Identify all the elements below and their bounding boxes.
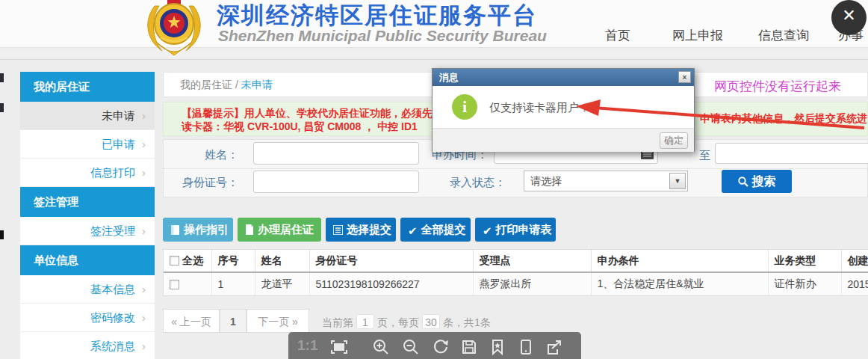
search-icon	[738, 177, 748, 187]
chevron-right-icon: ›	[142, 332, 146, 359]
header-label: 全选	[182, 254, 203, 266]
header-business-type: 业务类型	[768, 250, 841, 272]
action-label: 办理居住证	[258, 223, 314, 236]
page-number-button[interactable]: 1	[220, 309, 247, 333]
row-select-cell	[164, 272, 211, 295]
breadcrumb-parent[interactable]: 我的居住证	[180, 79, 232, 90]
dialog-footer: 确定	[433, 128, 694, 152]
fit-screen-icon[interactable]	[330, 338, 348, 356]
dialog-message: 仅支持读卡器用户！	[489, 101, 590, 115]
main-nav: 首页 网上申报 信息查询 办事	[598, 27, 868, 45]
sidebar-section-company-info: 单位信息	[20, 245, 155, 275]
zoom-out-icon[interactable]	[402, 338, 420, 356]
file-icon	[245, 219, 254, 243]
dialog-title-bar[interactable]: 消息 ×	[433, 69, 694, 86]
police-badge-logo	[138, 0, 210, 61]
cut-edge-fragment	[0, 73, 4, 82]
cut-edge-fragment	[0, 103, 4, 112]
page-size-input[interactable]: 30	[422, 314, 440, 329]
bookmark-star-icon[interactable]	[489, 338, 506, 356]
select-all-header: 全选	[164, 250, 211, 272]
sidebar-item-not-applied[interactable]: 未申请 ›	[20, 102, 155, 130]
sidebar-item-basic-info[interactable]: 基本信息 ›	[20, 275, 155, 304]
sidebar-item-info-print[interactable]: 信息打印 ›	[20, 159, 155, 187]
name-label: 姓名：	[205, 148, 238, 162]
pagination-text: 页，每页	[377, 316, 419, 328]
apply-permit-button[interactable]: 办理居住证	[238, 218, 321, 242]
notice-line1-left: 【温馨提示】用人单位、学校代办居住证功能，必须先	[182, 107, 433, 120]
pagination-text: 当前第	[322, 316, 353, 328]
message-dialog: 消息 × i 仅支持读卡器用户！ 确定	[432, 68, 695, 152]
chevron-right-icon: ›	[142, 217, 146, 245]
header-seq: 序号	[211, 250, 255, 272]
operation-guide-button[interactable]: 操作指引	[163, 218, 233, 242]
name-input[interactable]	[253, 142, 419, 165]
cell-seq: 1	[211, 272, 255, 295]
share-icon[interactable]	[545, 338, 563, 356]
table-row[interactable]: 1 龙道平 511023198109266227 燕罗派出所 1、合法稳定居住&…	[164, 272, 868, 295]
sidebar-item-label: 系统消息	[90, 340, 135, 352]
residence-permit-portal: 深圳经济特区居住证服务平台 ShenZhen Municipal Public …	[0, 0, 868, 359]
cell-name: 龙道平	[255, 272, 309, 295]
close-icon: ✕	[831, 6, 867, 25]
cell-id-number: 511023198109266227	[309, 272, 473, 295]
sidebar-item-label: 已申请	[102, 138, 135, 150]
id-number-input[interactable]	[253, 171, 419, 193]
dialog-close-icon[interactable]: ×	[678, 71, 691, 83]
chevron-right-icon: ›	[142, 275, 146, 304]
search-button[interactable]: 搜索	[722, 170, 792, 193]
dropdown-arrow-icon[interactable]: ▼	[669, 173, 686, 189]
save-icon[interactable]	[460, 338, 478, 356]
action-label: 操作指引	[184, 223, 229, 236]
pagination-text: 条，共1条	[443, 316, 491, 328]
apply-time-to-input[interactable]	[715, 143, 868, 164]
dialog-title: 消息	[439, 72, 459, 83]
page-subtitle: ShenZhen Municipal Public Security Burea…	[218, 27, 547, 45]
table-header-row: 全选 序号 姓名 身份证号 受理点 申办条件 业务类型 创建	[164, 250, 868, 272]
cell-business-type: 证件新办	[768, 272, 841, 295]
nav-item-info-query[interactable]: 信息查询	[758, 27, 809, 44]
device-icon[interactable]	[517, 338, 535, 356]
nav-item-home[interactable]: 首页	[605, 27, 630, 44]
rotate-icon[interactable]	[432, 338, 450, 356]
sidebar-section-endorsement: 签注管理	[20, 187, 155, 217]
print-application-button[interactable]: ✔打印申请表	[475, 218, 556, 242]
sidebar-item-label: 未申请	[102, 109, 135, 122]
sidebar-item-endorsement-accept[interactable]: 签注受理 ›	[20, 217, 155, 245]
info-icon: i	[452, 94, 477, 120]
select-value: 请选择	[530, 175, 562, 188]
header-sub-bar	[0, 49, 868, 60]
current-page-input[interactable]: 1	[356, 314, 374, 329]
nav-item-online-declare[interactable]: 网上申报	[672, 27, 723, 44]
id-number-label: 身份证号：	[182, 176, 238, 190]
breadcrumb: 我的居住证 / 未申请	[180, 79, 273, 92]
form-row-divider	[164, 168, 867, 169]
sidebar-item-applied[interactable]: 已申请 ›	[20, 130, 155, 159]
entry-status-select[interactable]: 请选择 ▼	[524, 171, 688, 191]
viewer-close-button[interactable]: ✕	[831, 0, 867, 35]
header-created: 创建	[841, 250, 868, 272]
row-checkbox[interactable]	[170, 280, 179, 289]
sidebar-item-label: 信息打印	[90, 166, 135, 179]
notice-line1-right: 申请表内其他信息，然后提交系统进	[700, 112, 867, 126]
date-range-to-label: 至	[699, 149, 710, 163]
action-label: 全部提交	[421, 223, 466, 236]
sidebar-item-system-messages[interactable]: 系统消息 ›	[20, 332, 155, 359]
ok-button[interactable]: 确定	[660, 132, 688, 149]
select-all-checkbox[interactable]	[170, 256, 179, 266]
sidebar-item-password-change[interactable]: 密码修改 ›	[20, 304, 155, 332]
plugin-error-text: 网页控件没有运行起来	[714, 78, 841, 95]
actual-size-button[interactable]: 1:1	[297, 337, 317, 354]
next-page-button[interactable]: 下一页 »	[247, 309, 309, 333]
search-button-label: 搜索	[752, 175, 776, 188]
prev-page-button[interactable]: « 上一页	[163, 309, 220, 333]
submit-selected-button[interactable]: 选择提交	[326, 218, 396, 242]
sidebar-item-label: 基本信息	[90, 283, 135, 295]
breadcrumb-separator: /	[235, 79, 238, 90]
check-icon: ✔	[483, 219, 492, 243]
header-id-number: 身份证号	[309, 250, 473, 272]
pagination-info: 当前第1页，每页30条，共1条	[322, 314, 491, 330]
chevron-right-icon: ›	[142, 304, 146, 332]
submit-all-button[interactable]: ✔全部提交	[400, 218, 471, 242]
zoom-in-icon[interactable]	[372, 338, 390, 356]
